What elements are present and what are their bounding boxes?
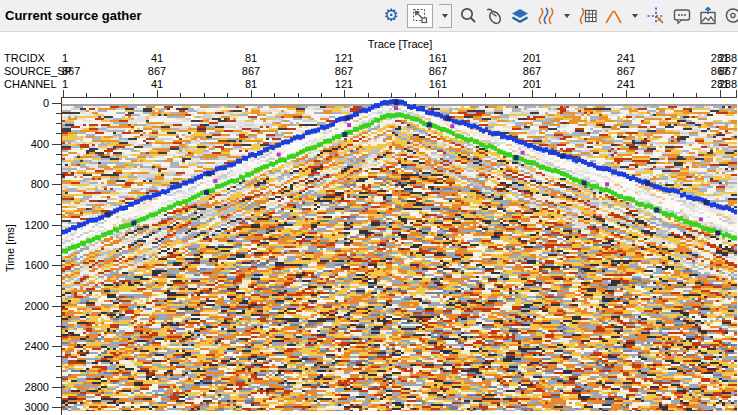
time-major-tick [52,407,61,408]
time-minor-tick [56,285,61,286]
time-tick-label: 1200 [8,219,49,231]
header-end-value: 867 [677,65,737,77]
trace-minor-tick [602,93,603,97]
header-end-value: 288 [677,78,737,90]
header-value: 81 [221,52,281,64]
time-major-tick [52,184,61,185]
trace-minor-tick [133,93,134,97]
toolbar: ⚙ [381,3,738,29]
wiggle-display-icon[interactable] [536,6,556,26]
header-value: 41 [127,78,187,90]
trace-minor-tick [227,93,228,97]
time-minor-tick [56,174,61,175]
trace-minor-tick [321,93,322,97]
amplitude-peak-dropdown[interactable] [630,6,640,26]
trace-minor-tick [86,93,87,97]
time-minor-tick [56,194,61,195]
header-value: 241 [596,78,656,90]
trace-minor-tick [649,93,650,97]
header-value: 867 [221,65,281,77]
trace-minor-tick [673,93,674,97]
chevron-down-icon [442,14,448,18]
trace-minor-tick [204,93,205,97]
header-value: 161 [408,78,468,90]
time-minor-tick [56,245,61,246]
mouse-options-icon[interactable] [484,6,504,26]
header-value: 867 [314,65,374,77]
time-tick-label: 2000 [8,300,49,312]
trace-minor-tick [485,93,486,97]
time-tick-label: 800 [8,178,49,190]
time-minor-tick [56,133,61,134]
title-bar: Current source gather ⚙ [0,0,738,32]
select-area-icon [411,7,429,25]
trace-ruler-line [61,97,737,98]
trace-minor-tick [509,93,510,97]
header-value: 201 [502,78,562,90]
time-major-tick [52,265,61,266]
time-minor-tick [56,275,61,276]
header-row-label: TRCIDX [4,52,45,64]
time-minor-tick [56,377,61,378]
amplitude-peak-icon[interactable] [604,6,624,26]
first-break-picking-icon[interactable] [646,6,666,26]
header-value: 161 [408,52,468,64]
trace-minor-tick [298,93,299,97]
time-minor-tick [56,235,61,236]
header-value: 867 [127,65,187,77]
trace-minor-tick [555,93,556,97]
time-tick-label: 0 [8,97,49,109]
time-minor-tick [56,336,61,337]
settings-gear-icon[interactable]: ⚙ [381,6,401,26]
trace-major-tick [736,90,737,97]
trace-minor-tick [274,93,275,97]
trace-major-tick [63,90,64,97]
header-value: 121 [314,52,374,64]
magnifier-zoom-icon[interactable] [458,6,478,26]
trace-major-tick [251,90,252,97]
time-major-tick [52,144,61,145]
header-value: 81 [221,78,281,90]
time-minor-tick [56,164,61,165]
time-major-tick [52,225,61,226]
trace-minor-tick [391,93,392,97]
trace-major-tick [720,90,721,97]
trace-major-tick [532,90,533,97]
trace-major-tick [626,90,627,97]
header-value: 1 [62,52,68,64]
time-ruler-line [61,97,62,415]
seismic-display[interactable] [62,98,737,411]
time-minor-tick [56,255,61,256]
time-minor-tick [56,123,61,124]
time-major-tick [52,387,61,388]
time-tick-label: 400 [8,138,49,150]
time-tick-label: 2800 [8,381,49,393]
zoom-select-tool-button[interactable] [407,4,433,28]
trace-header-table-icon[interactable] [578,6,598,26]
header-end-value: 288 [677,52,737,64]
comments-icon[interactable] [672,6,692,26]
export-image-icon[interactable] [698,6,718,26]
header-value: 867 [408,65,468,77]
time-minor-tick [56,154,61,155]
header-value: 41 [127,52,187,64]
current-source-gather-window: Current source gather ⚙ [0,0,738,415]
header-value: 1 [62,78,68,90]
trace-minor-tick [110,93,111,97]
time-minor-tick [56,397,61,398]
trace-major-tick [344,90,345,97]
chevron-down-icon [632,14,638,18]
record-tape-icon[interactable] [724,6,738,26]
layers-icon[interactable] [510,6,530,26]
trace-minor-tick [579,93,580,97]
trace-minor-tick [696,93,697,97]
time-major-tick [52,306,61,307]
time-minor-tick [56,214,61,215]
zoom-select-dropdown[interactable] [439,4,452,28]
wiggle-display-dropdown[interactable] [562,6,572,26]
window-title: Current source gather [5,8,142,23]
time-minor-tick [56,296,61,297]
time-minor-tick [56,113,61,114]
time-minor-tick [56,366,61,367]
time-tick-label: 1600 [8,259,49,271]
